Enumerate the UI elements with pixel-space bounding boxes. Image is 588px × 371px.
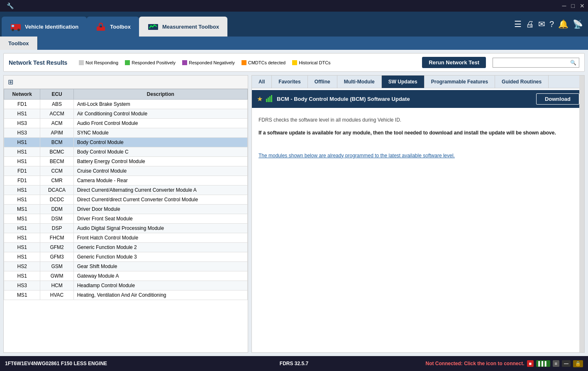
table-scroll-wrapper[interactable]: Network ECU Description FD1 ABS Anti-Loc… [4, 89, 248, 352]
cell-network: HS1 [4, 195, 40, 205]
bell-icon[interactable]: 🔔 [558, 19, 568, 29]
svg-rect-10 [271, 95, 272, 102]
info-line1: FDRS checks the software level in all mo… [259, 116, 578, 124]
help-icon[interactable]: ? [549, 20, 554, 29]
email-icon[interactable]: ✉ [538, 19, 545, 29]
legend-dot-not-responding [79, 60, 84, 65]
cell-ecu: CMR [40, 176, 73, 186]
table-row[interactable]: FD1 ABS Anti-Lock Brake System [4, 100, 248, 109]
cell-description: Direct Current/Alternating Current Conve… [73, 186, 247, 195]
cell-ecu: GFM2 [40, 243, 73, 252]
table-row[interactable]: HS3 APIM SYNC Module [4, 128, 248, 138]
search-input[interactable] [493, 58, 568, 67]
table-row[interactable]: HS1 GFM3 Generic Function Module 3 [4, 252, 248, 262]
vin-display: 1FT6W1EV4NWG02861 F150 LESS ENGINE [5, 361, 198, 366]
right-panel: All Favorites Offline Multi-Module SW Up… [251, 75, 585, 353]
main-content: Network Test Results Not Responding Resp… [0, 50, 588, 356]
signal-strength-icon [266, 95, 273, 103]
svg-point-2 [12, 29, 14, 31]
right-tab-guided[interactable]: Guided Routines [495, 76, 549, 88]
table-row[interactable]: HS1 DCACA Direct Current/Alternating Cur… [4, 186, 248, 195]
right-tab-favorites[interactable]: Favorites [272, 76, 307, 88]
rerun-network-test-button[interactable]: Rerun Network Test [422, 57, 486, 68]
info-link[interactable]: The modules shown below are already prog… [259, 152, 578, 160]
connection-icon-lock[interactable]: 🔒 [573, 360, 583, 367]
cell-network: FD1 [4, 176, 40, 186]
connection-icon-red[interactable]: ■ [527, 360, 534, 367]
print-icon[interactable]: 🖨 [526, 20, 534, 29]
table-row[interactable]: FD1 CCM Cruise Control Module [4, 166, 248, 176]
cell-network: FD1 [4, 166, 40, 176]
table-row[interactable]: HS1 DSP Audio Digital Signal Processing … [4, 224, 248, 233]
toolbox-icon [95, 21, 107, 32]
connection-text: Not Connected: Click the icon to connect… [426, 361, 525, 366]
table-row[interactable]: HS2 GSM Gear Shift Module [4, 262, 248, 271]
svg-rect-9 [269, 96, 271, 102]
table-row[interactable]: FD1 CMR Camera Module - Rear [4, 176, 248, 186]
table-row[interactable]: HS1 ACCM Air Conditioning Control Module [4, 109, 248, 119]
cell-description: Cruise Control Module [73, 166, 247, 176]
table-row[interactable]: HS1 BCMC Body Control Module C [4, 147, 248, 157]
table-row[interactable]: HS1 DCDC Direct Current/direct Current C… [4, 195, 248, 205]
favorite-star-icon[interactable]: ★ [257, 95, 263, 103]
sub-tab-toolbox[interactable]: Toolbox [0, 37, 38, 50]
table-row[interactable]: MS1 HVAC Heating, Ventilation And Air Co… [4, 290, 248, 300]
table-row[interactable]: HS1 FHCM Front Hatch Control Module [4, 233, 248, 243]
cell-network: HS2 [4, 262, 40, 271]
table-row[interactable]: HS3 ACM Audio Front Control Module [4, 119, 248, 128]
cell-ecu: HCM [40, 281, 73, 290]
right-scrollbar[interactable] [579, 76, 584, 352]
right-tab-multi-module[interactable]: Multi-Module [337, 76, 382, 88]
menu-icon[interactable]: ☰ [514, 19, 522, 29]
measurement-icon [147, 21, 159, 32]
sw-update-item: ★ BCM - Body Control Module (BCM) Softwa… [252, 90, 584, 108]
table-row[interactable]: MS1 DSM Driver Front Seat Module [4, 214, 248, 224]
vehicle-id-icon [10, 21, 22, 32]
search-wrapper: 🔍 [493, 58, 579, 68]
top-toolbar: ☰ 🖨 ✉ ? 🔔 📡 [514, 19, 583, 29]
minimize-button[interactable]: ─ [562, 2, 566, 9]
network-test-title: Network Test Results [9, 59, 67, 66]
maximize-button[interactable]: □ [571, 2, 575, 9]
right-tab-sw-updates[interactable]: SW Updates [382, 76, 425, 88]
connection-icon-green[interactable]: ▌▌▌ [536, 360, 550, 367]
tab-toolbox-label: Toolbox [110, 24, 131, 30]
legend-responded-negatively: Responded Negatively [182, 60, 235, 65]
search-icon[interactable]: 🔍 [568, 58, 579, 67]
table-body: FD1 ABS Anti-Lock Brake System HS1 ACCM … [4, 100, 248, 300]
right-tab-programmable[interactable]: Programmable Features [425, 76, 495, 88]
cell-description: Air Conditioning Control Module [73, 109, 247, 119]
cell-ecu: BECM [40, 157, 73, 166]
close-button[interactable]: ✕ [580, 2, 585, 9]
cell-description: Driver Door Module [73, 205, 247, 214]
signal-icon[interactable]: 📡 [573, 19, 583, 29]
table-row[interactable]: HS3 HCM Headlamp Control Module [4, 281, 248, 290]
cell-network: HS3 [4, 128, 40, 138]
cell-description: Gear Shift Module [73, 262, 247, 271]
cell-network: HS3 [4, 119, 40, 128]
cell-description: SYNC Module [73, 128, 247, 138]
svg-rect-1 [12, 25, 14, 27]
table-row[interactable]: HS1 GWM Gateway Module A [4, 271, 248, 281]
table-row[interactable]: HS1 BECM Battery Energy Control Module [4, 157, 248, 166]
sub-header: Toolbox [0, 37, 588, 50]
col-description: Description [73, 89, 247, 100]
legend-cmdtcs: CMDTCs detected [242, 60, 285, 65]
tab-vehicle-id-label: Vehicle Identification [25, 24, 78, 30]
cell-ecu: DCACA [40, 186, 73, 195]
tab-vehicle-id[interactable]: Vehicle Identification [2, 17, 87, 37]
tab-toolbox[interactable]: Toolbox [87, 17, 139, 37]
table-row[interactable]: HS1 GFM2 Generic Function Module 2 [4, 243, 248, 252]
grid-toggle-icon[interactable]: ⊞ [5, 76, 16, 88]
connection-icon-dash[interactable]: — [562, 360, 571, 367]
right-tab-offline[interactable]: Offline [308, 76, 337, 88]
svg-point-3 [17, 29, 20, 31]
tab-measurement[interactable]: Measurement Toolbox [139, 17, 227, 37]
right-tab-all[interactable]: All [252, 76, 272, 88]
download-button[interactable]: Download [536, 93, 579, 105]
cell-ecu: ACCM [40, 109, 73, 119]
table-row[interactable]: HS1 BCM Body Control Module [4, 138, 248, 147]
connection-icon-gray[interactable]: ≡ [553, 360, 559, 367]
cell-network: HS1 [4, 138, 40, 147]
table-row[interactable]: MS1 DDM Driver Door Module [4, 205, 248, 214]
